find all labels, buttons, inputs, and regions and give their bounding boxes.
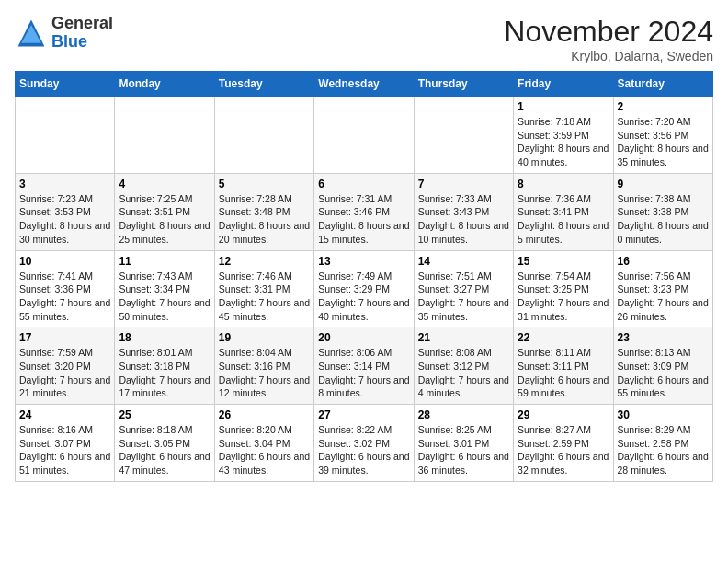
day-number: 9 xyxy=(618,178,709,190)
day-info: Sunrise: 7:56 AM Sunset: 3:23 PM Dayligh… xyxy=(618,270,709,324)
day-number: 14 xyxy=(418,255,509,268)
day-cell-18: 18Sunrise: 8:01 AM Sunset: 3:18 PM Dayli… xyxy=(115,327,214,405)
day-number: 5 xyxy=(219,178,310,190)
day-number: 19 xyxy=(219,331,310,344)
day-cell-11: 11Sunrise: 7:43 AM Sunset: 3:34 PM Dayli… xyxy=(115,250,214,327)
week-row-5: 24Sunrise: 8:16 AM Sunset: 3:07 PM Dayli… xyxy=(16,405,713,482)
day-info: Sunrise: 7:33 AM Sunset: 3:43 PM Dayligh… xyxy=(418,192,509,247)
day-number: 22 xyxy=(518,331,609,344)
day-cell-2: 2Sunrise: 7:20 AM Sunset: 3:56 PM Daylig… xyxy=(613,97,712,174)
day-info: Sunrise: 7:23 AM Sunset: 3:53 PM Dayligh… xyxy=(19,192,110,247)
day-cell-28: 28Sunrise: 8:25 AM Sunset: 3:01 PM Dayli… xyxy=(414,405,513,482)
day-info: Sunrise: 7:28 AM Sunset: 3:48 PM Dayligh… xyxy=(219,192,310,247)
day-number: 8 xyxy=(518,178,609,190)
day-cell-21: 21Sunrise: 8:08 AM Sunset: 3:12 PM Dayli… xyxy=(414,327,513,405)
day-cell-17: 17Sunrise: 7:59 AM Sunset: 3:20 PM Dayli… xyxy=(16,327,115,405)
day-info: Sunrise: 8:08 AM Sunset: 3:12 PM Dayligh… xyxy=(418,346,509,400)
day-number: 10 xyxy=(19,255,110,268)
day-cell-25: 25Sunrise: 8:18 AM Sunset: 3:05 PM Dayli… xyxy=(115,405,214,482)
day-info: Sunrise: 8:01 AM Sunset: 3:18 PM Dayligh… xyxy=(119,346,210,400)
day-cell-16: 16Sunrise: 7:56 AM Sunset: 3:23 PM Dayli… xyxy=(613,250,712,327)
day-cell-1: 1Sunrise: 7:18 AM Sunset: 3:59 PM Daylig… xyxy=(514,97,613,174)
day-info: Sunrise: 8:13 AM Sunset: 3:09 PM Dayligh… xyxy=(618,346,709,400)
day-info: Sunrise: 7:20 AM Sunset: 3:56 PM Dayligh… xyxy=(618,115,709,169)
day-info: Sunrise: 8:22 AM Sunset: 3:02 PM Dayligh… xyxy=(318,423,409,477)
week-row-1: 1Sunrise: 7:18 AM Sunset: 3:59 PM Daylig… xyxy=(16,97,713,174)
logo-text: General Blue xyxy=(51,15,113,52)
day-info: Sunrise: 8:04 AM Sunset: 3:16 PM Dayligh… xyxy=(219,346,310,400)
day-number: 21 xyxy=(418,331,509,344)
day-cell-14: 14Sunrise: 7:51 AM Sunset: 3:27 PM Dayli… xyxy=(414,250,513,327)
weekday-sunday: Sunday xyxy=(16,72,115,97)
day-number: 23 xyxy=(618,331,709,344)
day-number: 17 xyxy=(19,331,110,344)
day-cell-12: 12Sunrise: 7:46 AM Sunset: 3:31 PM Dayli… xyxy=(214,250,313,327)
day-cell-6: 6Sunrise: 7:31 AM Sunset: 3:46 PM Daylig… xyxy=(314,173,414,250)
logo: General Blue xyxy=(15,15,113,52)
day-number: 2 xyxy=(618,100,709,113)
weekday-header-row: SundayMondayTuesdayWednesdayThursdayFrid… xyxy=(16,72,713,97)
day-cell-13: 13Sunrise: 7:49 AM Sunset: 3:29 PM Dayli… xyxy=(314,250,414,327)
day-info: Sunrise: 7:25 AM Sunset: 3:51 PM Dayligh… xyxy=(119,192,210,247)
weekday-tuesday: Tuesday xyxy=(214,72,313,97)
day-info: Sunrise: 7:38 AM Sunset: 3:38 PM Dayligh… xyxy=(618,192,709,247)
day-cell-26: 26Sunrise: 8:20 AM Sunset: 3:04 PM Dayli… xyxy=(214,405,313,482)
day-number: 4 xyxy=(119,178,210,190)
day-number: 25 xyxy=(119,408,210,421)
day-cell-8: 8Sunrise: 7:36 AM Sunset: 3:41 PM Daylig… xyxy=(514,173,613,250)
month-title: November 2024 xyxy=(504,15,713,49)
day-number: 26 xyxy=(219,408,310,421)
calendar: SundayMondayTuesdayWednesdayThursdayFrid… xyxy=(15,71,713,482)
day-info: Sunrise: 7:36 AM Sunset: 3:41 PM Dayligh… xyxy=(518,192,609,247)
day-info: Sunrise: 7:51 AM Sunset: 3:27 PM Dayligh… xyxy=(418,270,509,324)
page-header: General Blue November 2024 Krylbo, Dalar… xyxy=(15,15,713,63)
day-number: 18 xyxy=(119,331,210,344)
empty-cell xyxy=(314,97,414,174)
day-cell-9: 9Sunrise: 7:38 AM Sunset: 3:38 PM Daylig… xyxy=(613,173,712,250)
day-info: Sunrise: 8:11 AM Sunset: 3:11 PM Dayligh… xyxy=(518,346,609,400)
day-info: Sunrise: 7:43 AM Sunset: 3:34 PM Dayligh… xyxy=(119,270,210,324)
day-number: 29 xyxy=(518,408,609,421)
empty-cell xyxy=(16,97,115,174)
day-cell-5: 5Sunrise: 7:28 AM Sunset: 3:48 PM Daylig… xyxy=(214,173,313,250)
day-info: Sunrise: 8:27 AM Sunset: 2:59 PM Dayligh… xyxy=(518,423,609,477)
day-number: 11 xyxy=(119,255,210,268)
day-cell-4: 4Sunrise: 7:25 AM Sunset: 3:51 PM Daylig… xyxy=(115,173,214,250)
day-number: 7 xyxy=(418,178,509,190)
day-info: Sunrise: 7:31 AM Sunset: 3:46 PM Dayligh… xyxy=(318,192,409,247)
day-number: 20 xyxy=(318,331,409,344)
day-number: 24 xyxy=(19,408,110,421)
title-area: November 2024 Krylbo, Dalarna, Sweden xyxy=(504,15,713,63)
logo-blue: Blue xyxy=(51,32,87,51)
logo-general: General xyxy=(51,14,113,32)
weekday-thursday: Thursday xyxy=(414,72,513,97)
day-number: 27 xyxy=(318,408,409,421)
day-number: 1 xyxy=(518,100,609,113)
day-number: 15 xyxy=(518,255,609,268)
day-info: Sunrise: 7:49 AM Sunset: 3:29 PM Dayligh… xyxy=(318,270,409,324)
day-info: Sunrise: 8:25 AM Sunset: 3:01 PM Dayligh… xyxy=(418,423,509,477)
empty-cell xyxy=(414,97,513,174)
empty-cell xyxy=(115,97,214,174)
weekday-wednesday: Wednesday xyxy=(314,72,414,97)
day-number: 3 xyxy=(19,178,110,190)
day-info: Sunrise: 8:16 AM Sunset: 3:07 PM Dayligh… xyxy=(19,423,110,477)
day-number: 28 xyxy=(418,408,509,421)
day-cell-7: 7Sunrise: 7:33 AM Sunset: 3:43 PM Daylig… xyxy=(414,173,513,250)
day-info: Sunrise: 8:06 AM Sunset: 3:14 PM Dayligh… xyxy=(318,346,409,400)
day-cell-27: 27Sunrise: 8:22 AM Sunset: 3:02 PM Dayli… xyxy=(314,405,414,482)
day-cell-29: 29Sunrise: 8:27 AM Sunset: 2:59 PM Dayli… xyxy=(514,405,613,482)
day-info: Sunrise: 7:18 AM Sunset: 3:59 PM Dayligh… xyxy=(518,115,609,169)
day-number: 16 xyxy=(618,255,709,268)
day-cell-24: 24Sunrise: 8:16 AM Sunset: 3:07 PM Dayli… xyxy=(16,405,115,482)
day-info: Sunrise: 7:59 AM Sunset: 3:20 PM Dayligh… xyxy=(19,346,110,400)
weekday-monday: Monday xyxy=(115,72,214,97)
week-row-4: 17Sunrise: 7:59 AM Sunset: 3:20 PM Dayli… xyxy=(16,327,713,405)
day-cell-20: 20Sunrise: 8:06 AM Sunset: 3:14 PM Dayli… xyxy=(314,327,414,405)
day-cell-22: 22Sunrise: 8:11 AM Sunset: 3:11 PM Dayli… xyxy=(514,327,613,405)
day-info: Sunrise: 8:18 AM Sunset: 3:05 PM Dayligh… xyxy=(119,423,210,477)
day-number: 13 xyxy=(318,255,409,268)
day-info: Sunrise: 8:29 AM Sunset: 2:58 PM Dayligh… xyxy=(618,423,709,477)
day-cell-30: 30Sunrise: 8:29 AM Sunset: 2:58 PM Dayli… xyxy=(613,405,712,482)
day-info: Sunrise: 7:41 AM Sunset: 3:36 PM Dayligh… xyxy=(19,270,110,324)
